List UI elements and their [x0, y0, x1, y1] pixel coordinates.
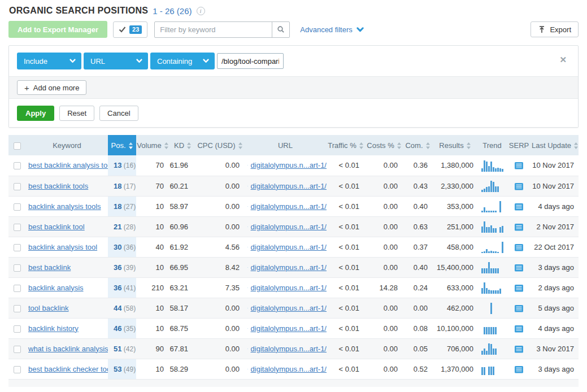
external-link-icon	[247, 284, 248, 291]
serp-icon[interactable]	[515, 224, 523, 231]
add-to-export-manager-button[interactable]: Add to Export Manager	[8, 21, 107, 38]
trend-bar	[497, 186, 499, 192]
keyword-link[interactable]: what is backlink analysis	[28, 345, 108, 353]
keyword-filter-input[interactable]	[155, 22, 272, 37]
apply-button[interactable]: Apply	[17, 106, 54, 121]
position-cell: 18 (27)	[108, 196, 136, 216]
row-checkbox[interactable]	[14, 366, 21, 373]
advanced-filters-link[interactable]: Advanced filters	[300, 25, 364, 34]
url-link[interactable]: digitalolympus.n...art-1/	[251, 243, 327, 251]
url-link[interactable]: digitalolympus.n...art-1/	[251, 263, 327, 272]
serp-icon[interactable]	[515, 264, 523, 272]
row-checkbox[interactable]	[14, 346, 21, 353]
reset-button[interactable]: Reset	[59, 106, 94, 121]
filter-value-input[interactable]	[217, 53, 284, 69]
serp-icon[interactable]	[515, 162, 523, 169]
volume-cell: 10	[136, 359, 169, 379]
column-header-costs[interactable]: Costs %	[365, 135, 403, 155]
keyword-link[interactable]: backlink analysis	[28, 284, 84, 292]
serp-icon[interactable]	[515, 366, 523, 373]
info-icon[interactable]: i	[197, 7, 205, 15]
serp-icon[interactable]	[515, 285, 523, 292]
costs-cell: 0.00	[365, 359, 403, 379]
cancel-button[interactable]: Cancel	[99, 106, 138, 121]
url-link[interactable]: digitalolympus.n...art-1/	[251, 345, 327, 353]
keyword-link[interactable]: best backlink	[28, 263, 71, 272]
column-header-last_update[interactable]: Last Update	[532, 135, 579, 155]
search-button[interactable]	[272, 22, 289, 37]
partial-cell	[327, 379, 365, 387]
organic-search-positions-page: ORGANIC SEARCH POSITIONS 1 - 26 (26) i A…	[0, 0, 587, 392]
keyword-link[interactable]: best backlink tool	[28, 223, 85, 231]
keyword-link[interactable]: tool backlink	[28, 304, 69, 312]
row-checkbox[interactable]	[14, 264, 21, 272]
column-header-com[interactable]: Com.	[403, 135, 432, 155]
previous-position: (35)	[121, 325, 136, 333]
url-link[interactable]: digitalolympus.n...art-1/	[251, 284, 327, 292]
kd-cell: 67.81	[169, 338, 196, 359]
add-one-more-label: Add one more	[33, 84, 80, 92]
export-button[interactable]: Export	[531, 21, 579, 37]
serp-icon[interactable]	[515, 244, 523, 251]
url-cell: digitalolympus.n...art-1/	[244, 257, 327, 277]
keyword-link[interactable]: best backlink checker tool	[28, 365, 108, 373]
row-checkbox[interactable]	[14, 285, 21, 292]
row-checkbox[interactable]	[14, 244, 21, 251]
serp-icon[interactable]	[515, 325, 523, 333]
url-link[interactable]: digitalolympus.n...art-1/	[251, 182, 327, 190]
close-filter-icon[interactable]: ✕	[559, 55, 567, 64]
competition-cell: 0.36	[403, 155, 432, 176]
select-all-checkbox[interactable]	[14, 142, 21, 150]
trend-bar	[493, 182, 494, 192]
url-link[interactable]: digitalolympus.n...art-1/	[251, 161, 327, 169]
positions-table-wrap: KeywordPos.VolumeKDCPC (USD)URLTraffic %…	[8, 135, 579, 387]
position-cell: 13 (16)	[108, 155, 136, 176]
trend-bar	[488, 367, 490, 375]
column-header-results[interactable]: Results	[432, 135, 478, 155]
selection-count-button[interactable]: 23	[113, 21, 147, 38]
keyword-link[interactable]: backlink history	[28, 324, 79, 333]
row-checkbox[interactable]	[14, 224, 21, 231]
plus-icon: +	[24, 84, 29, 92]
url-link[interactable]: digitalolympus.n...art-1/	[251, 324, 327, 333]
row-checkbox[interactable]	[14, 305, 21, 312]
row-checkbox[interactable]	[14, 183, 21, 190]
table-row: best backlink checker tool53 (49)1058.29…	[8, 359, 579, 379]
filter-operator-dropdown[interactable]: Containing	[150, 53, 215, 69]
row-checkbox[interactable]	[14, 325, 21, 333]
serp-icon[interactable]	[515, 203, 523, 211]
url-link[interactable]: digitalolympus.n...art-1/	[251, 223, 327, 231]
keyword-link[interactable]: best backlink tools	[28, 182, 88, 190]
column-header-pos[interactable]: Pos.	[108, 135, 136, 155]
serp-icon[interactable]	[515, 305, 523, 312]
column-header-traffic[interactable]: Traffic %	[327, 135, 365, 155]
results-cell: 706,000	[432, 338, 478, 359]
external-link-icon	[247, 304, 248, 312]
position-value: 13	[114, 161, 121, 169]
trend-bar	[490, 162, 492, 172]
row-checkbox[interactable]	[14, 203, 21, 211]
trend-bar	[484, 221, 485, 233]
keyword-link[interactable]: backlink analysis tool	[28, 243, 97, 251]
url-link[interactable]: digitalolympus.n...art-1/	[251, 202, 327, 211]
trend-bar	[488, 251, 490, 253]
keyword-link[interactable]: best backlink analysis tool	[28, 161, 108, 169]
trend-bar	[495, 290, 497, 294]
row-checkbox[interactable]	[14, 162, 21, 169]
serp-icon[interactable]	[515, 183, 523, 190]
add-one-more-button[interactable]: + Add one more	[17, 80, 86, 95]
column-header-volume[interactable]: Volume	[136, 135, 169, 155]
column-header-sel[interactable]	[8, 135, 26, 155]
previous-position: (36)	[121, 243, 136, 251]
url-link[interactable]: digitalolympus.n...art-1/	[251, 304, 327, 312]
table-row-partial	[8, 379, 579, 387]
traffic-cell: < 0.01	[327, 237, 365, 257]
column-header-kd[interactable]: KD	[169, 135, 196, 155]
filter-mode-dropdown[interactable]: Include	[17, 53, 81, 69]
keyword-link[interactable]: backlink analysis tools	[28, 202, 101, 211]
url-link[interactable]: digitalolympus.n...art-1/	[251, 365, 327, 373]
column-header-cpc[interactable]: CPC (USD)	[196, 135, 244, 155]
serp-icon[interactable]	[515, 346, 523, 353]
column-label: KD	[174, 141, 184, 150]
filter-field-dropdown[interactable]: URL	[84, 53, 148, 69]
